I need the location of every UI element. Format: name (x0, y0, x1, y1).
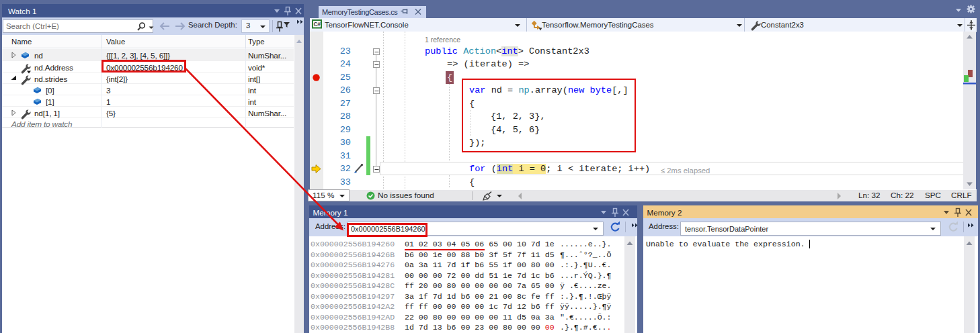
svg-text:C#: C# (314, 21, 321, 28)
